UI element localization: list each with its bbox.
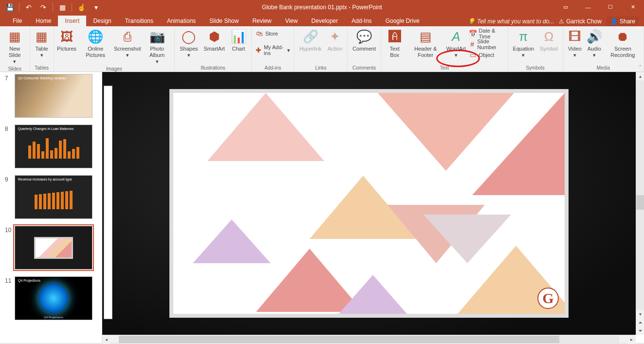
smartart-icon: ⬢ (209, 28, 220, 46)
tell-me-search[interactable]: 💡 Tell me what you want to do... (468, 18, 554, 25)
thumb-number: 9 (5, 175, 15, 219)
current-slide[interactable]: G (169, 89, 569, 318)
text-box-button[interactable]: 🅰Text Box (383, 27, 406, 59)
object-icon: ▭ (469, 51, 477, 59)
close-button[interactable]: ✕ (622, 0, 644, 14)
my-addins-button[interactable]: ✚My Add-ins ▾ (254, 45, 292, 55)
date-time-button[interactable]: 📅Date & Time (467, 28, 506, 39)
group-tables: Tables (32, 65, 52, 72)
collapse-ribbon-button[interactable]: ⌃ (638, 64, 642, 70)
object-button[interactable]: ▭Object (467, 50, 506, 60)
thumb-number: 8 (5, 125, 15, 168)
video-button[interactable]: 🎞Video▾ (565, 27, 585, 59)
tab-insert[interactable]: Insert (58, 16, 86, 26)
slide-editor[interactable]: G (102, 72, 636, 335)
tell-me-label: Tell me what you want to do... (477, 18, 554, 25)
tab-developer[interactable]: Developer (305, 16, 345, 26)
scroll-down-button[interactable]: ▾ (636, 310, 644, 318)
datetime-icon: 📅 (469, 30, 477, 37)
vertical-scrollbar[interactable]: ▴ ▾ ⏶ ⏷ (636, 72, 644, 335)
share-button[interactable]: 👤 Share (607, 17, 639, 26)
shapes-button[interactable]: ◯Shapes▾ (177, 27, 201, 59)
new-slide-button[interactable]: ▦New Slide▾ (2, 27, 28, 66)
action-icon: ✦ (330, 28, 340, 46)
wordart-button[interactable]: AWordArt▾ (445, 27, 467, 59)
undo-button[interactable]: ↶ (22, 1, 36, 13)
horizontal-scrollbar[interactable]: ◂ ▸ (102, 335, 636, 343)
group-illustrations: Illustrations (177, 65, 249, 72)
tab-view[interactable]: View (278, 16, 305, 26)
table-button[interactable]: ▦Table▾ (32, 27, 52, 59)
workspace: 7Q3 Consumer Banking Updates8Quarterly C… (0, 72, 644, 335)
tab-design[interactable]: Design (86, 16, 118, 26)
maximize-button[interactable]: ☐ (599, 0, 622, 14)
header-icon: ▤ (420, 28, 432, 46)
textbox-icon: 🅰 (388, 28, 401, 46)
group-images: Images (56, 66, 173, 72)
save-button[interactable]: 💾 (3, 1, 17, 13)
online-pictures-icon: 🌐 (88, 28, 103, 46)
slide-number-button[interactable]: #Slide Number (467, 39, 506, 50)
header-footer-button[interactable]: ▤Header & Footer (406, 27, 445, 59)
thumb-number: 10 (5, 226, 15, 270)
slide-thumbnail[interactable]: 11Q4 ProjectionsQ4 Projections (5, 276, 97, 320)
video-icon: 🎞 (569, 28, 581, 46)
slide-thumbnail-pane[interactable]: 7Q3 Consumer Banking Updates8Quarterly C… (0, 72, 102, 335)
tab-home[interactable]: Home (29, 16, 58, 26)
tab-slideshow[interactable]: Slide Show (202, 16, 245, 26)
shapes-icon: ◯ (182, 28, 196, 46)
addins-icon: ✚ (256, 46, 262, 54)
scroll-up-button[interactable]: ▴ (636, 72, 644, 80)
group-slides: Slides (2, 66, 28, 72)
screenshot-button[interactable]: ⎙Screenshot▾ (113, 27, 142, 59)
tab-addins[interactable]: Add-Ins (345, 16, 378, 26)
share-label: Share (620, 18, 635, 25)
group-text: Text (383, 65, 506, 72)
audio-button[interactable]: 🔊Audio▾ (585, 27, 604, 59)
user-account[interactable]: ⚠ Garrick Chow (559, 18, 602, 25)
slide-thumbnail[interactable]: 8Quarterly Changes in Loan Balances (5, 125, 97, 168)
chart-icon: 📊 (231, 28, 246, 46)
qat-dropdown[interactable]: ▾ (89, 1, 103, 13)
slide-thumbnail[interactable]: 7Q3 Consumer Banking Updates (5, 74, 97, 118)
chart-button[interactable]: 📊Chart (228, 27, 249, 53)
thumb-number: 7 (5, 74, 15, 118)
thumb-title: Q3 Consumer Banking Updates (18, 76, 66, 80)
ribbon-display-button[interactable]: ▭ (554, 0, 577, 14)
album-icon: 📷 (149, 28, 165, 46)
ribbon: ▦New Slide▾ Slides ▦Table▾ Tables 🖼Pictu… (0, 26, 644, 72)
tab-animations[interactable]: Animations (160, 16, 202, 26)
online-pictures-button[interactable]: 🌐Online Pictures (77, 27, 113, 59)
minimize-button[interactable]: — (577, 0, 599, 14)
slide-thumbnail[interactable]: 9Revenue increases by account type (5, 175, 97, 219)
scroll-left-button[interactable]: ◂ (102, 335, 110, 344)
pictures-button[interactable]: 🖼Pictures (56, 27, 78, 53)
scroll-right-button[interactable]: ▸ (627, 335, 636, 344)
tab-review[interactable]: Review (245, 16, 278, 26)
start-from-beginning-button[interactable]: ▦ (55, 1, 69, 13)
quick-access-toolbar: 💾 ↶ ↷ ▦ ☝ ▾ (3, 1, 103, 13)
screen-recording-button[interactable]: ⏺Screen Recording (604, 27, 642, 59)
store-button[interactable]: 🛍Store (254, 28, 292, 39)
store-icon: 🛍 (256, 30, 263, 37)
pictures-icon: 🖼 (60, 28, 73, 46)
wordart-icon: A (452, 28, 460, 46)
next-slide-button[interactable]: ⏷ (636, 326, 644, 335)
new-slide-icon: ▦ (9, 28, 21, 46)
table-icon: ▦ (36, 28, 48, 46)
hyperlink-button: 🔗Hyperlink (296, 27, 325, 53)
tab-file[interactable]: File (6, 16, 29, 26)
tab-googledrive[interactable]: Google Drive (379, 16, 426, 26)
comment-icon: 💬 (356, 28, 372, 46)
slide-thumbnail[interactable]: 10 (5, 226, 97, 270)
tab-transitions[interactable]: Transitions (118, 16, 160, 26)
smartart-button[interactable]: ⬢SmartArt (201, 27, 228, 53)
redo-button[interactable]: ↷ (37, 1, 50, 13)
equation-button[interactable]: πEquation▾ (510, 27, 537, 59)
comment-button[interactable]: 💬Comment (350, 27, 379, 53)
title-bar: 💾 ↶ ↷ ▦ ☝ ▾ Globe Bank presentation 01.p… (0, 0, 644, 14)
photo-album-button[interactable]: 📷Photo Album▾ (142, 27, 172, 66)
prev-slide-button[interactable]: ⏶ (636, 318, 644, 326)
touch-mode-button[interactable]: ☝ (74, 1, 88, 13)
ribbon-tabs: File Home Insert Design Transitions Anim… (0, 14, 644, 26)
